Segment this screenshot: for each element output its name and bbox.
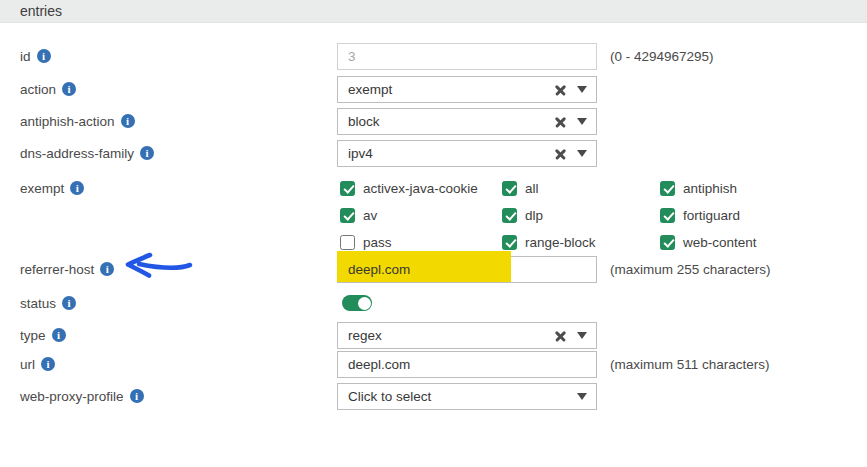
label-text: url: [20, 357, 35, 372]
checkbox-label: av: [363, 208, 377, 223]
checkbox-icon[interactable]: [340, 208, 355, 223]
id-input[interactable]: 3: [337, 43, 597, 70]
label-text: type: [20, 328, 46, 343]
exempt-checkbox-grid: activex-java-cookie all antiphish av dlp…: [340, 180, 865, 250]
info-icon[interactable]: [37, 49, 51, 63]
info-icon[interactable]: [121, 114, 135, 128]
entries-form-panel: entries id 3 (0 - 4294967295) action exe…: [0, 0, 867, 467]
info-icon[interactable]: [62, 296, 76, 310]
info-icon[interactable]: [62, 82, 76, 96]
field-label-antiphish-action: antiphish-action: [20, 108, 135, 134]
checkbox-label: activex-java-cookie: [363, 181, 478, 196]
checkbox-icon[interactable]: [502, 208, 517, 223]
chevron-down-icon[interactable]: [577, 86, 587, 93]
chevron-down-icon[interactable]: [577, 118, 587, 125]
clear-icon[interactable]: [555, 116, 566, 127]
dns-address-family-value: ipv4: [348, 146, 373, 161]
checkbox-label: fortiguard: [683, 208, 740, 223]
exempt-option-antiphish[interactable]: antiphish: [660, 180, 865, 196]
field-label-web-proxy-profile: web-proxy-profile: [20, 383, 144, 409]
info-icon[interactable]: [100, 262, 114, 276]
exempt-option-pass[interactable]: pass: [340, 234, 502, 250]
annotation-arrow-icon: [124, 252, 194, 279]
exempt-option-av[interactable]: av: [340, 207, 502, 223]
action-select[interactable]: exempt: [337, 76, 597, 103]
field-label-status: status: [20, 290, 76, 316]
url-value: deepl.com: [348, 357, 410, 372]
dns-address-family-select[interactable]: ipv4: [337, 140, 597, 167]
web-proxy-profile-select[interactable]: Click to select: [337, 383, 597, 410]
url-input[interactable]: deepl.com: [337, 351, 597, 378]
info-icon[interactable]: [140, 146, 154, 160]
type-value: regex: [348, 328, 382, 343]
info-icon[interactable]: [52, 328, 66, 342]
field-label-id: id: [20, 43, 51, 69]
checkbox-label: antiphish: [683, 181, 737, 196]
field-label-type: type: [20, 322, 66, 348]
referrer-host-hint: (maximum 255 characters): [610, 256, 771, 283]
field-label-url: url: [20, 351, 55, 377]
exempt-option-dlp[interactable]: dlp: [502, 207, 660, 223]
id-range-hint: (0 - 4294967295): [610, 43, 714, 70]
label-text: action: [20, 82, 56, 97]
referrer-host-value: deepl.com: [348, 262, 410, 277]
info-icon[interactable]: [41, 357, 55, 371]
type-select[interactable]: regex: [337, 322, 597, 349]
checkbox-label: all: [525, 181, 539, 196]
label-text: id: [20, 49, 31, 64]
referrer-host-input[interactable]: deepl.com: [337, 256, 597, 283]
field-label-referrer-host: referrer-host: [20, 256, 114, 282]
panel-title: entries: [20, 3, 62, 19]
exempt-option-activex-java-cookie[interactable]: activex-java-cookie: [340, 180, 502, 196]
checkbox-label: web-content: [683, 235, 757, 250]
checkbox-icon[interactable]: [502, 181, 517, 196]
label-text: referrer-host: [20, 262, 94, 277]
checkbox-icon[interactable]: [340, 181, 355, 196]
checkbox-label: pass: [363, 235, 392, 250]
chevron-down-icon[interactable]: [577, 393, 587, 400]
checkbox-icon[interactable]: [660, 235, 675, 250]
panel-header: entries: [0, 0, 867, 23]
label-text: web-proxy-profile: [20, 389, 124, 404]
web-proxy-profile-value: Click to select: [348, 389, 431, 404]
checkbox-icon[interactable]: [660, 181, 675, 196]
chevron-down-icon[interactable]: [577, 150, 587, 157]
exempt-option-fortiguard[interactable]: fortiguard: [660, 207, 865, 223]
clear-icon[interactable]: [555, 330, 566, 341]
checkbox-label: dlp: [525, 208, 543, 223]
field-label-dns-address-family: dns-address-family: [20, 140, 154, 166]
id-value: 3: [348, 49, 356, 64]
clear-icon[interactable]: [555, 84, 566, 95]
checkbox-icon[interactable]: [502, 235, 517, 250]
action-value: exempt: [348, 82, 392, 97]
chevron-down-icon[interactable]: [577, 332, 587, 339]
label-text: antiphish-action: [20, 114, 115, 129]
field-label-action: action: [20, 76, 76, 102]
label-text: status: [20, 296, 56, 311]
clear-icon[interactable]: [555, 148, 566, 159]
label-text: exempt: [20, 181, 64, 196]
info-icon[interactable]: [70, 181, 84, 195]
checkbox-icon[interactable]: [340, 235, 355, 250]
info-icon[interactable]: [130, 389, 144, 403]
exempt-option-range-block[interactable]: range-block: [502, 234, 660, 250]
exempt-option-web-content[interactable]: web-content: [660, 234, 865, 250]
field-label-exempt: exempt: [20, 175, 84, 201]
url-hint: (maximum 511 characters): [610, 351, 770, 378]
checkbox-label: range-block: [525, 235, 596, 250]
label-text: dns-address-family: [20, 146, 134, 161]
exempt-option-all[interactable]: all: [502, 180, 660, 196]
toggle-knob: [358, 297, 371, 310]
antiphish-action-value: block: [348, 114, 380, 129]
antiphish-action-select[interactable]: block: [337, 108, 597, 135]
checkbox-icon[interactable]: [660, 208, 675, 223]
status-toggle[interactable]: [342, 295, 372, 311]
